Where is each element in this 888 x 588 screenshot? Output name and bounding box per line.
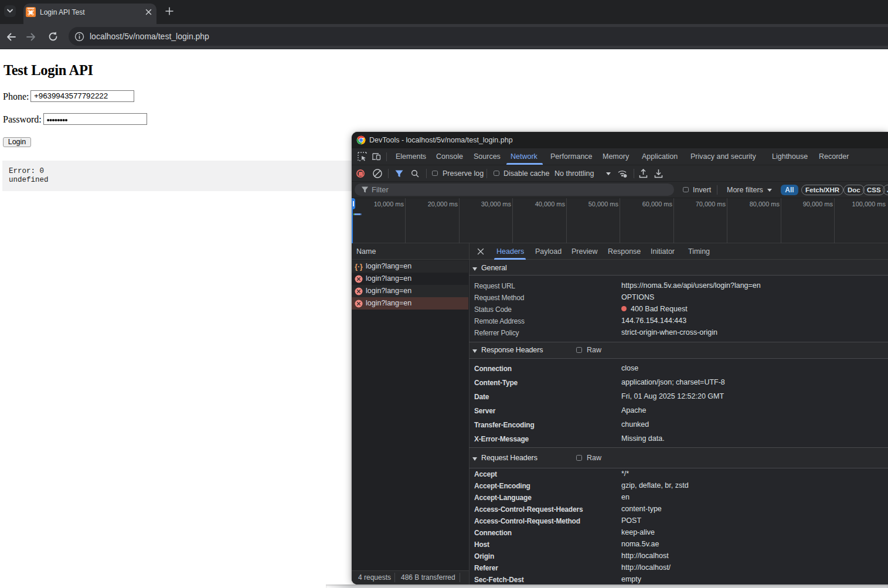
svg-text:{·}: {·} xyxy=(355,263,363,271)
